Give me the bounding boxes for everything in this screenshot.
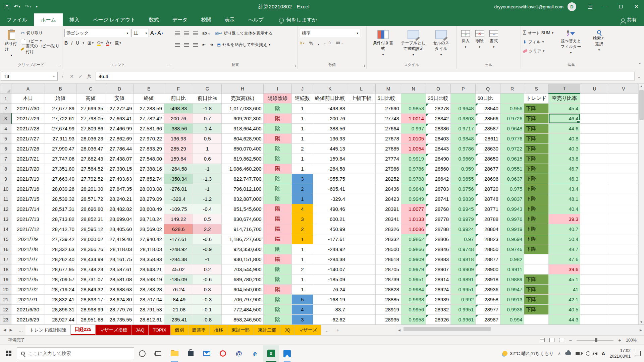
cell-D16[interactable]: 28,118.03 <box>105 244 134 254</box>
column-header-E[interactable]: E <box>134 84 164 94</box>
cell-T20[interactable]: 41 <box>548 285 580 295</box>
cell-U4[interactable] <box>580 124 609 134</box>
row-header-12[interactable]: 12 <box>0 204 11 214</box>
cell-J20[interactable]: 1 <box>292 285 313 295</box>
cell-U21[interactable] <box>580 295 609 305</box>
cell-P6[interactable]: 0.9786 <box>451 144 476 154</box>
row-header-20[interactable]: 20 <box>0 285 11 295</box>
row-header-6[interactable]: 6 <box>0 144 11 154</box>
cell-A3[interactable]: 2021/7/29 <box>11 114 45 124</box>
cell-K12[interactable]: 490.46 <box>313 204 347 214</box>
sheet-nav-left-icon[interactable]: ◀ <box>3 328 6 332</box>
cell-A10[interactable]: 2021/7/16 <box>11 184 45 194</box>
cell-H2[interactable]: 1,017,033,600 <box>222 104 263 114</box>
cell-O23[interactable]: 28926 <box>426 315 451 325</box>
cell-V4[interactable] <box>609 124 638 134</box>
cell-T22[interactable]: 40.5 <box>548 305 580 315</box>
cell-U3[interactable] <box>580 114 609 124</box>
cell-R2[interactable]: 0.956 <box>500 104 524 114</box>
cell-R5[interactable]: 0.9776 <box>500 134 524 144</box>
taskbar-app-explorer[interactable] <box>166 345 182 362</box>
number-format-select[interactable]: 標準▾ <box>300 29 360 37</box>
cell-R23[interactable]: 0.994 <box>500 315 524 325</box>
cell-P16[interactable]: 0.9748 <box>451 244 476 254</box>
zoom-level[interactable]: 100% <box>626 338 637 343</box>
cell-U5[interactable] <box>580 134 609 144</box>
cell-Q23[interactable]: 28987 <box>476 315 500 325</box>
cell-C3[interactable]: 27,798.05 <box>76 114 105 124</box>
page-layout-view-icon[interactable] <box>549 338 554 342</box>
tell-me-search[interactable]: 何をしますか <box>279 17 317 26</box>
cell-F23[interactable]: -235.41 <box>164 315 193 325</box>
cell-O5[interactable]: 28403 <box>426 134 451 144</box>
row-header-16[interactable]: 16 <box>0 244 11 254</box>
cell-D18[interactable]: 28,587.61 <box>105 264 134 275</box>
cell-T13[interactable]: 39.3 <box>548 214 580 224</box>
fill-color-icon[interactable]: ◇▾ <box>97 40 103 46</box>
cell-L16[interactable] <box>347 244 375 254</box>
ribbon-tab-4[interactable]: 数式 <box>142 13 166 26</box>
cell-F3[interactable]: 200.76 <box>164 114 193 124</box>
cell-R10[interactable]: 0.975 <box>500 184 524 194</box>
cell-S11[interactable]: 下降 <box>524 194 548 204</box>
cell-B11[interactable]: 28,539.32 <box>45 194 76 204</box>
zoom-slider[interactable] <box>577 340 613 341</box>
cell-P17[interactable]: 0.9818 <box>451 254 476 264</box>
cell-J17[interactable]: 1 <box>292 254 313 264</box>
cell-B4[interactable]: 27,674.99 <box>45 124 76 134</box>
font-color-icon[interactable]: A▾ <box>106 40 111 46</box>
cell-S16[interactable]: 下降 <box>524 244 548 254</box>
cell-J13[interactable]: 3 <box>292 214 313 224</box>
scroll-down-icon[interactable]: ▼ <box>640 320 643 324</box>
zoom-in-icon[interactable]: + <box>618 337 621 343</box>
cell-O13[interactable]: 28778 <box>426 214 451 224</box>
cell-A19[interactable]: 2021/7/5 <box>11 275 45 285</box>
cell-A23[interactable]: 2021/6/29 <box>11 315 45 325</box>
cell-Q17[interactable]: 28877 <box>476 254 500 264</box>
close-button[interactable]: ✕ <box>629 0 644 13</box>
sheet-tab-1[interactable]: 日経225 <box>71 325 96 335</box>
cell-J11[interactable]: 1 <box>292 194 313 204</box>
cell-E6[interactable]: 27,833.29 <box>134 144 164 154</box>
font-size-select[interactable]: 11▾ <box>131 29 149 37</box>
taskbar-app-photos[interactable] <box>279 345 295 362</box>
cell-U8[interactable] <box>580 164 609 174</box>
cell-J4[interactable]: 1 <box>292 124 313 134</box>
cell-U16[interactable] <box>580 244 609 254</box>
column-header-A[interactable]: A <box>11 84 45 94</box>
cell-U11[interactable] <box>580 194 609 204</box>
cell-F17[interactable]: -284.38 <box>164 254 193 264</box>
taskbar-clock[interactable]: 17:02 2021/08/01 <box>609 348 631 359</box>
cell-A20[interactable]: 2021/7/2 <box>11 285 45 295</box>
cell-G21[interactable]: -0.3 <box>193 295 221 305</box>
borders-icon[interactable]: ⊞▾ <box>88 40 94 46</box>
cell-D19[interactable]: 28,581.08 <box>105 275 134 285</box>
cell-R8[interactable]: 0.9551 <box>500 164 524 174</box>
cell-B8[interactable]: 27,351.80 <box>45 164 76 174</box>
cell-E2[interactable]: 27,283.59 <box>134 104 164 114</box>
cell-I22[interactable]: 陰 <box>263 305 291 315</box>
cell-N18[interactable]: 0.9979 <box>401 264 426 275</box>
cell-U9[interactable] <box>580 174 609 184</box>
cell-J14[interactable]: 2 <box>292 224 313 234</box>
cell-B12[interactable]: 28,517.31 <box>45 204 76 214</box>
cell-L3[interactable] <box>347 114 375 124</box>
cell-E4[interactable]: 27,581.66 <box>134 124 164 134</box>
cell-V15[interactable] <box>609 234 638 244</box>
cell-F5[interactable]: 136.93 <box>164 134 193 144</box>
cell-V8[interactable] <box>609 164 638 174</box>
column-header-I[interactable]: I <box>263 84 291 94</box>
cell-C20[interactable]: 28,849.32 <box>76 285 105 295</box>
cell-U23[interactable] <box>580 315 609 325</box>
action-center-icon[interactable] <box>635 351 641 356</box>
cell-D10[interactable]: 27,847.35 <box>105 184 134 194</box>
column-header-D[interactable]: D <box>105 84 134 94</box>
cell-S12[interactable]: 下降 <box>524 204 548 214</box>
cell-M21[interactable]: 28885 <box>376 295 401 305</box>
cell-S22[interactable]: 下降 <box>524 305 548 315</box>
cell-K3[interactable]: 200.76 <box>313 114 347 124</box>
column-header-F[interactable]: F <box>164 84 193 94</box>
cell-R14[interactable]: 0.9919 <box>500 224 524 234</box>
cell-C1[interactable]: 高値 <box>76 94 105 104</box>
cell-E1[interactable]: 終値 <box>134 94 164 104</box>
